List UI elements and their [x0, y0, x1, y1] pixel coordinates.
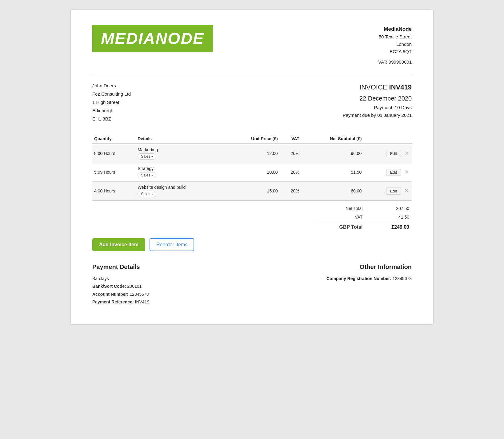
due-date: Payment due by 01 January 2021 [343, 111, 412, 119]
logo-block: MEDIANODE [92, 25, 197, 52]
col-header-unit-price: Unit Price (£) [226, 134, 280, 144]
category-label: Sales [141, 173, 150, 177]
sort-code-value: 200101 [127, 284, 142, 289]
cell-unit-price: 12.00 [226, 144, 280, 163]
client-postcode: EH1 3BZ [92, 115, 131, 123]
reg-number-value: 12345678 [393, 276, 412, 281]
delete-button[interactable]: ✕ [403, 168, 410, 176]
header-divider [92, 75, 412, 75]
company-info: MediaNode 50 Textile Street London EC2A … [378, 25, 412, 66]
invoice-label: INVOICE [359, 83, 387, 91]
cell-net-subtotal: 96.00 [301, 144, 363, 163]
cell-actions: Edit ✕ [363, 163, 412, 182]
cell-quantity: 4:00 Hours [92, 182, 136, 200]
vat-row: VAT 41.50 [314, 213, 411, 221]
cell-quantity: 8:00 Hours [92, 144, 136, 163]
account-value: 12345678 [130, 292, 149, 297]
delete-button[interactable]: ✕ [403, 187, 410, 194]
col-header-vat: VAT [280, 134, 301, 144]
cell-detail: Markerting Sales ▾ [136, 144, 226, 163]
bill-to: John Doers Fez Consulting Ltd 1 High Str… [92, 81, 131, 123]
vat-label: VAT [314, 213, 364, 221]
chevron-down-icon: ▾ [151, 192, 153, 196]
gbp-total-value: £249.00 [365, 222, 411, 231]
client-city: Edinburgh [92, 106, 131, 115]
cell-net-subtotal: 51.50 [301, 163, 363, 182]
reorder-items-button[interactable]: Reorder Items [150, 238, 194, 251]
other-info-title: Other Information [252, 263, 412, 271]
logo-box: MEDIANODE [92, 25, 213, 52]
billing-section: John Doers Fez Consulting Ltd 1 High Str… [92, 81, 412, 123]
cell-unit-price: 15.00 [226, 182, 280, 200]
invoice-page: MEDIANODE MediaNode 50 Textile Street Lo… [70, 9, 434, 325]
category-badge[interactable]: Sales ▾ [138, 153, 156, 160]
cell-net-subtotal: 60.00 [301, 182, 363, 200]
table-header-row: Quantity Details Unit Price (£) VAT Net … [92, 134, 412, 144]
col-header-net-subtotal: Net Subtotal (£) [301, 134, 363, 144]
invoice-number: INV419 [389, 83, 412, 91]
item-name: Markerting [138, 147, 225, 152]
account-line: Account Number: 12345678 [92, 291, 252, 298]
company-address1: 50 Textile Street [378, 33, 412, 41]
bank-name: Barclays [92, 275, 252, 283]
reg-number-label: Company Registration Number: [326, 276, 391, 281]
invoice-title: INVOICE INV419 [343, 81, 412, 93]
cell-actions: Edit ✕ [363, 182, 412, 200]
edit-button[interactable]: Edit [386, 188, 401, 195]
gbp-total-label: GBP Total [314, 222, 364, 231]
sort-code-label: Bank/Sort Code: [92, 284, 126, 289]
category-label: Sales [141, 192, 150, 196]
chevron-down-icon: ▾ [151, 155, 153, 158]
invoice-date: 22 December 2020 [343, 93, 412, 104]
category-badge[interactable]: Sales ▾ [138, 191, 156, 197]
company-address3: EC2A 6QT [378, 48, 412, 55]
payment-terms: Payment: 10 Days [343, 104, 412, 112]
table-row: 8:00 Hours Markerting Sales ▾ 12.00 20% … [92, 144, 412, 163]
cell-vat: 20% [280, 163, 301, 182]
category-badge[interactable]: Sales ▾ [138, 172, 156, 178]
action-buttons: Add Invoice Item Reorder Items [92, 238, 412, 251]
payment-details-title: Payment Details [92, 263, 252, 271]
payment-details: Payment Details Barclays Bank/Sort Code:… [92, 263, 252, 306]
totals-outer: Net Total 207.50 VAT 41.50 GBP Total £24… [92, 201, 412, 232]
col-header-details: Details [136, 134, 226, 144]
company-address2: London [378, 41, 412, 48]
net-total-label: Net Total [314, 204, 364, 212]
company-name: MediaNode [378, 25, 412, 33]
account-label: Account Number: [92, 292, 128, 297]
vat-value: 41.50 [365, 213, 411, 221]
cell-quantity: 5:09 Hours [92, 163, 136, 182]
client-name: John Doers [92, 81, 131, 90]
cell-vat: 20% [280, 144, 301, 163]
table-row: 5:09 Hours Strategy Sales ▾ 10.00 20% 51… [92, 163, 412, 182]
cell-actions: Edit ✕ [363, 144, 412, 163]
invoice-info: INVOICE INV419 22 December 2020 Payment:… [343, 81, 412, 119]
edit-button[interactable]: Edit [386, 169, 401, 176]
col-header-quantity: Quantity [92, 134, 136, 144]
net-total-row: Net Total 207.50 [314, 204, 411, 212]
chevron-down-icon: ▾ [151, 174, 153, 177]
sort-code-line: Bank/Sort Code: 200101 [92, 283, 252, 290]
col-header-actions [363, 134, 412, 144]
item-name: Website design and build [138, 185, 225, 190]
reference-label: Payment Reference: [92, 299, 134, 304]
client-company: Fez Consulting Ltd [92, 90, 131, 98]
header: MEDIANODE MediaNode 50 Textile Street Lo… [92, 25, 412, 66]
invoice-table: Quantity Details Unit Price (£) VAT Net … [92, 134, 412, 200]
company-vat: VAT: 999900001 [378, 58, 412, 66]
cell-vat: 20% [280, 182, 301, 200]
edit-button[interactable]: Edit [386, 150, 401, 157]
delete-button[interactable]: ✕ [403, 150, 410, 157]
bottom-section: Payment Details Barclays Bank/Sort Code:… [92, 263, 412, 306]
reference-value: INV419 [135, 299, 150, 304]
cell-detail: Strategy Sales ▾ [136, 163, 226, 182]
table-row: 4:00 Hours Website design and build Sale… [92, 182, 412, 200]
reg-number-line: Company Registration Number: 12345678 [252, 275, 412, 283]
cell-detail: Website design and build Sales ▾ [136, 182, 226, 200]
cell-unit-price: 10.00 [226, 163, 280, 182]
add-invoice-item-button[interactable]: Add Invoice Item [92, 238, 145, 251]
category-label: Sales [141, 154, 150, 159]
reference-line: Payment Reference: INV419 [92, 298, 252, 306]
totals-table: Net Total 207.50 VAT 41.50 GBP Total £24… [313, 204, 412, 232]
item-name: Strategy [138, 166, 225, 171]
